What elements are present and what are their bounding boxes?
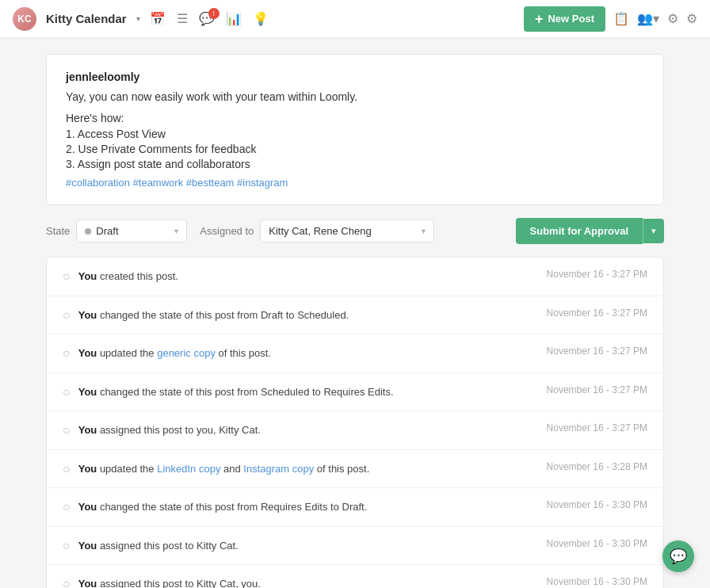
activity-time-2: November 16 - 3:27 PM [547, 307, 647, 319]
activity-text-4: You changed the state of this post from … [78, 384, 539, 400]
linkedin-copy-link[interactable]: LinkedIn copy [157, 463, 220, 475]
post-how-label: Here's how: [66, 112, 644, 124]
brand-name: Kitty Calendar [46, 12, 127, 25]
post-step-2: 2. Use Private Comments for feedback [66, 143, 644, 155]
nav-right: New Post 📋 👥▾ ⚙ ⚙ [524, 6, 697, 32]
new-post-button[interactable]: New Post [524, 6, 605, 32]
gear-icon[interactable]: ⚙ [686, 11, 697, 26]
brand-dropdown-icon[interactable]: ▾ [136, 14, 140, 23]
activity-text-7: You changed the state of this post from … [78, 499, 539, 515]
activity-circle-icon: ○ [63, 308, 71, 323]
post-username: jennleeloomly [66, 71, 644, 83]
state-label: State [46, 225, 70, 237]
activity-log: ○ You created this post. November 16 - 3… [46, 257, 664, 588]
comment-badge: ! [208, 8, 219, 19]
activity-item: ○ You updated the LinkedIn copy and Inst… [47, 450, 663, 489]
assigned-chevron-icon: ▾ [422, 227, 426, 235]
state-value: Draft [96, 225, 118, 237]
state-group: State Draft ▾ [46, 220, 187, 242]
post-body-text: Yay, you can now easily work with your t… [66, 88, 644, 105]
activity-item: ○ You changed the state of this post fro… [47, 373, 663, 412]
copy-icon[interactable]: 📋 [613, 11, 629, 26]
bulb-icon[interactable]: 💡 [253, 11, 269, 26]
nav-left: KC Kitty Calendar ▾ 📅 ☰ 💬 ! 📊 💡 [13, 7, 269, 31]
activity-time-9: November 16 - 3:30 PM [547, 576, 647, 587]
generic-copy-link[interactable]: generic copy [157, 347, 216, 359]
activity-time-3: November 16 - 3:27 PM [547, 346, 647, 357]
state-select[interactable]: Draft ▾ [76, 220, 187, 242]
activity-time-5: November 16 - 3:27 PM [547, 422, 647, 433]
activity-circle-icon: ○ [63, 577, 71, 588]
activity-circle-icon: ○ [63, 269, 71, 284]
activity-text-2: You changed the state of this post from … [78, 307, 539, 323]
activity-item: ○ You assigned this post to you, Kitty C… [47, 411, 663, 450]
activity-time-6: November 16 - 3:28 PM [547, 461, 647, 472]
activity-time-7: November 16 - 3:30 PM [547, 499, 647, 510]
assigned-value: Kitty Cat, Rene Cheng [269, 225, 371, 237]
activity-item: ○ You changed the state of this post fro… [47, 488, 663, 527]
activity-circle-icon: ○ [63, 462, 71, 476]
top-nav: KC Kitty Calendar ▾ 📅 ☰ 💬 ! 📊 💡 New Post… [0, 0, 710, 38]
comment-icon[interactable]: 💬 ! [199, 11, 215, 26]
activity-text-3: You updated the generic copy of this pos… [78, 346, 539, 361]
activity-item: ○ You updated the generic copy of this p… [47, 334, 663, 373]
activity-circle-icon: ○ [63, 500, 71, 514]
state-bar: State Draft ▾ Assigned to Kitty Cat, Ren… [46, 218, 664, 244]
assigned-group: Assigned to Kitty Cat, Rene Cheng ▾ [200, 220, 434, 242]
post-step-1: 1. Access Post View [66, 128, 644, 140]
activity-item: ○ You assigned this post to Kitty Cat, y… [47, 565, 663, 588]
post-preview-card: jennleeloomly Yay, you can now easily wo… [46, 54, 664, 205]
activity-circle-icon: ○ [63, 423, 71, 437]
nav-icons: 📅 ☰ 💬 ! 📊 💡 [150, 11, 269, 26]
activity-item: ○ You changed the state of this post fro… [47, 296, 663, 335]
calendar-icon[interactable]: 📅 [150, 11, 166, 26]
assigned-label: Assigned to [200, 225, 254, 237]
submit-dropdown-button[interactable]: ▾ [643, 219, 664, 243]
activity-item: ○ You created this post. November 16 - 3… [47, 258, 663, 296]
activity-text-8: You assigned this post to Kitty Cat. [78, 538, 539, 554]
submit-group: Submit for Approval ▾ [516, 218, 664, 244]
chat-icon: 💬 [670, 548, 687, 565]
activity-item: ○ You assigned this post to Kitty Cat. N… [47, 527, 663, 566]
submit-for-approval-button[interactable]: Submit for Approval [516, 218, 643, 244]
post-steps: 1. Access Post View 2. Use Private Comme… [66, 128, 644, 170]
settings-icon[interactable]: ⚙ [667, 11, 678, 26]
activity-circle-icon: ○ [63, 385, 71, 399]
team-icon[interactable]: 👥▾ [637, 11, 659, 26]
main-content: jennleeloomly Yay, you can now easily wo… [14, 38, 696, 588]
post-hashtags: #collaboration #teamwork #bestteam #inst… [66, 177, 644, 189]
activity-text-1: You created this post. [78, 269, 539, 284]
activity-circle-icon: ○ [63, 539, 71, 553]
chart-icon[interactable]: 📊 [226, 11, 242, 26]
state-dot [85, 228, 91, 235]
chat-bubble-button[interactable]: 💬 [662, 540, 694, 572]
list-icon[interactable]: ☰ [177, 11, 188, 26]
activity-text-5: You assigned this post to you, Kitty Cat… [78, 422, 539, 438]
activity-text-9: You assigned this post to Kitty Cat, you… [78, 576, 539, 588]
activity-circle-icon: ○ [63, 346, 71, 361]
state-chevron-icon: ▾ [174, 227, 178, 235]
avatar: KC [13, 7, 36, 31]
activity-time-4: November 16 - 3:27 PM [547, 384, 647, 395]
instagram-copy-link[interactable]: Instagram copy [243, 463, 314, 475]
assigned-select[interactable]: Kitty Cat, Rene Cheng ▾ [260, 220, 434, 242]
activity-time-1: November 16 - 3:27 PM [547, 269, 647, 280]
activity-time-8: November 16 - 3:30 PM [547, 538, 647, 549]
post-step-3: 3. Assign post state and collaborators [66, 158, 644, 170]
activity-text-6: You updated the LinkedIn copy and Instag… [78, 461, 539, 477]
